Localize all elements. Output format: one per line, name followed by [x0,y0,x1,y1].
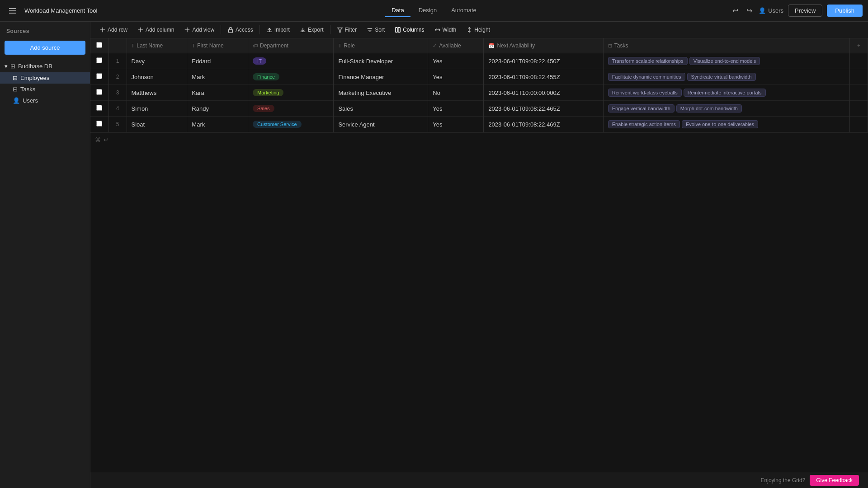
cell-next-availability[interactable]: 2023-06-01T09:08:22.455Z [484,69,603,85]
cell-first-name[interactable]: Mark [187,69,248,85]
add-column-header[interactable]: + [850,38,868,53]
cell-role[interactable]: Full-Stack Developer [334,53,428,69]
width-icon [434,27,441,33]
access-button[interactable]: Access [223,24,258,35]
cell-department[interactable]: IT [248,53,334,69]
add-column-button[interactable]: Add column [133,24,179,35]
height-icon [466,27,472,33]
cell-department[interactable]: Customer Service [248,117,334,132]
sidebar-item-users[interactable]: 👤 Users [0,95,90,106]
table-row[interactable]: 3MatthewsKaraMarketingMarketing Executiv… [90,85,868,101]
cell-first-name[interactable]: Kara [187,85,248,101]
cell-available[interactable]: Yes [428,53,484,69]
cell-tasks[interactable]: Enable strategic action-itemsEvolve one-… [603,117,849,132]
col-header-tasks[interactable]: ⊞ Tasks [603,38,849,53]
cell-department[interactable]: Finance [248,69,334,85]
row-number: 3 [108,85,127,101]
publish-button[interactable]: Publish [827,5,863,17]
col-header-role[interactable]: T Role [334,38,428,53]
sort-button[interactable]: Sort [362,24,389,35]
task-tag: Syndicate virtual bandwidth [687,73,756,81]
col-header-last-name[interactable]: T Last Name [127,38,187,53]
give-feedback-button[interactable]: Give Feedback [810,475,859,486]
toolbar-separator [221,25,221,34]
cell-role[interactable]: Sales [334,101,428,117]
cell-available[interactable]: No [428,85,484,101]
filter-button[interactable]: Filter [332,24,362,35]
add-row-footer[interactable]: ⌘ ↵ [90,132,868,147]
lock-icon [227,27,234,33]
sidebar-item-employees[interactable]: ⊟ Employees [0,72,90,84]
cell-available[interactable]: Yes [428,117,484,132]
row-num-header [108,38,127,53]
task-tag: Reinvent world-class eyeballs [608,89,682,97]
row-checkbox[interactable] [96,105,102,111]
width-button[interactable]: Width [430,24,461,35]
table-row[interactable]: 2JohnsonMarkFinanceFinance ManagerYes202… [90,69,868,85]
add-source-button[interactable]: Add source [5,41,85,55]
cell-tasks[interactable]: Reinvent world-class eyeballsReintermedi… [603,85,849,101]
row-number: 5 [108,117,127,132]
tab-data[interactable]: Data [385,4,410,17]
row-checkbox[interactable] [96,73,102,79]
row-checkbox[interactable] [96,121,102,127]
cell-first-name[interactable]: Eddard [187,53,248,69]
hamburger-menu[interactable] [5,5,20,17]
col-header-department[interactable]: 🏷 Department [248,38,334,53]
db-icon: ⊞ [10,63,15,70]
cell-first-name[interactable]: Mark [187,117,248,132]
export-button[interactable]: Export [295,24,328,35]
add-row-button[interactable]: Add row [95,24,132,35]
col-header-available[interactable]: ✓ Available [428,38,484,53]
cell-department[interactable]: Marketing [248,85,334,101]
cell-last-name[interactable]: Johnson [127,69,187,85]
users-button[interactable]: 👤 Users [759,7,783,14]
row-checkbox[interactable] [96,89,102,95]
table-row[interactable]: 1DavyEddardITFull-Stack DeveloperYes2023… [90,53,868,69]
cell-next-availability[interactable]: 2023-06-01T09:08:22.465Z [484,101,603,117]
row-checkbox[interactable] [96,57,102,63]
topbar-left: Workload Management Tool [5,5,380,17]
cell-next-availability[interactable]: 2023-06-01T10:00:00.000Z [484,85,603,101]
table-row[interactable]: 5SloatMarkCustomer ServiceService AgentY… [90,117,868,132]
task-tag: Reintermediate interactive portals [684,89,766,97]
cell-tasks[interactable]: Engage vertical bandwidthMorph dot-com b… [603,101,849,117]
import-button[interactable]: Import [262,24,294,35]
cell-first-name[interactable]: Randy [187,101,248,117]
cell-role[interactable]: Finance Manager [334,69,428,85]
add-view-button[interactable]: Add view [179,24,219,35]
cell-last-name[interactable]: Simon [127,101,187,117]
cell-role[interactable]: Marketing Executive [334,85,428,101]
tab-design[interactable]: Design [412,4,443,17]
col-header-next-availability[interactable]: 📅 Next Availability [484,38,603,53]
cell-available[interactable]: Yes [428,101,484,117]
columns-button[interactable]: Columns [390,24,429,35]
table-area[interactable]: T Last Name T First Name [90,38,868,472]
users-label: Users [23,97,38,104]
cell-last-name[interactable]: Matthews [127,85,187,101]
add-row-enter-icon: ↵ [104,136,108,143]
select-all-checkbox[interactable] [96,42,102,48]
select-all-header[interactable] [90,38,108,53]
table-row[interactable]: 4SimonRandySalesSalesYes2023-06-01T09:08… [90,101,868,117]
chevron-down-icon: ▾ [5,63,8,70]
db-item[interactable]: ▾ ⊞ Budibase DB [0,60,90,72]
preview-button[interactable]: Preview [788,5,822,17]
history-icon[interactable]: ↩ [731,5,740,17]
cell-last-name[interactable]: Davy [127,53,187,69]
cell-department[interactable]: Sales [248,101,334,117]
col-header-first-name[interactable]: T First Name [187,38,248,53]
task-tag: Transform scalable relationships [608,57,688,65]
forward-icon[interactable]: ↪ [745,5,754,17]
cell-available[interactable]: Yes [428,69,484,85]
cell-last-name[interactable]: Sloat [127,117,187,132]
cell-tasks[interactable]: Transform scalable relationshipsVisualiz… [603,53,849,69]
height-button[interactable]: Height [462,24,495,35]
sidebar-item-tasks[interactable]: ⊟ Tasks [0,84,90,95]
cell-tasks[interactable]: Facilitate dynamic communitiesSyndicate … [603,69,849,85]
cell-next-availability[interactable]: 2023-06-01T09:08:22.450Z [484,53,603,69]
cell-role[interactable]: Service Agent [334,117,428,132]
employees-label: Employees [20,75,49,81]
tab-automate[interactable]: Automate [445,4,483,17]
cell-next-availability[interactable]: 2023-06-01T09:08:22.469Z [484,117,603,132]
